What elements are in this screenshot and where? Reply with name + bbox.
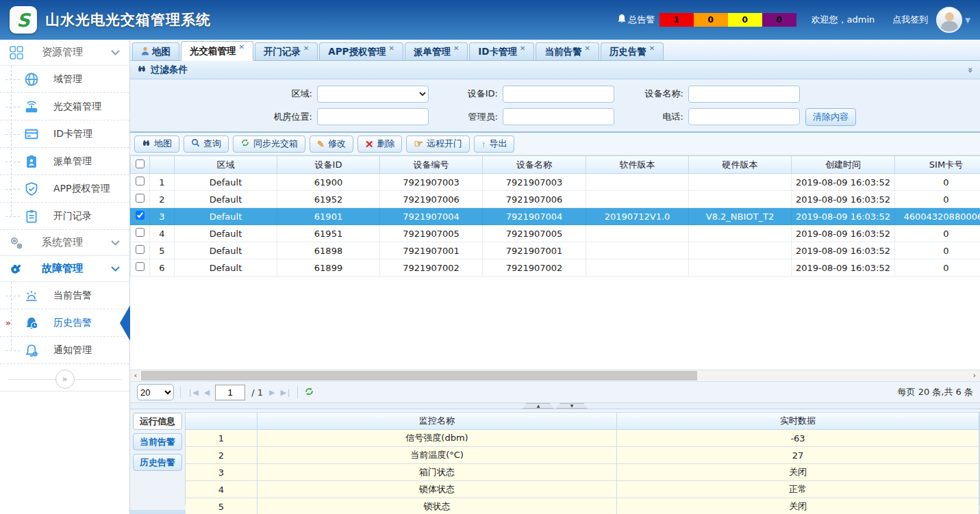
clear-button[interactable]: 清除内容 [805, 108, 856, 126]
record-icon [23, 209, 40, 224]
sidebar-item-history-alarm[interactable]: » 历史告警 [0, 309, 129, 337]
export-button[interactable]: ↑导出 [474, 136, 515, 153]
sidebar-item-domain[interactable]: 域管理 [0, 66, 129, 93]
siren-icon [23, 288, 40, 303]
region-select[interactable] [317, 86, 429, 103]
header-right: 总告警 1 0 0 0 欢迎您，admin 点我签到 ▼ [617, 7, 970, 33]
sidebar-collapse-button[interactable]: » [55, 370, 75, 389]
prev-page-button[interactable]: ◀ [204, 388, 209, 397]
query-button[interactable]: 查询 [184, 136, 229, 153]
map-button[interactable]: 地图 [134, 136, 179, 153]
panel-splitter[interactable]: ▲ ▼ [130, 402, 980, 409]
scroll-right-arrow[interactable]: › [969, 370, 980, 381]
scroll-left-arrow[interactable]: ‹ [130, 370, 141, 381]
sidebar-section-label: 系统管理 [42, 236, 83, 249]
manager-input[interactable] [503, 108, 614, 125]
sidebar-item-label: 开门记录 [53, 210, 92, 222]
close-icon[interactable]: ✕ [389, 44, 394, 52]
remote-open-button[interactable]: ☞远程开门 [406, 136, 469, 153]
row-checkbox[interactable] [136, 245, 145, 254]
dispatch-icon [23, 154, 40, 169]
device-table-wrap: 区域 设备ID 设备编号 设备名称 软件版本 硬件版本 创建时间 SIM卡号 1… [130, 155, 980, 277]
sign-in-link[interactable]: 点我签到 [892, 14, 928, 26]
table-row[interactable]: 6Default61899792190700279219070022019-08… [131, 259, 980, 277]
page-size-select[interactable]: 20 [137, 384, 174, 400]
sidebar-section-system[interactable]: 系统管理 [0, 230, 129, 256]
row-checkbox[interactable] [136, 194, 145, 203]
sidebar-item-notify[interactable]: 通知管理 [0, 337, 129, 364]
tab-map[interactable]: 地图 [132, 42, 179, 60]
first-page-button[interactable]: ❘◀ [187, 388, 198, 397]
last-page-button[interactable]: ▶❘ [280, 388, 291, 397]
header-hw-version: 硬件版本 [689, 156, 792, 174]
sidebar-item-label: 通知管理 [53, 344, 92, 357]
collapse-filter-icon[interactable]: » [965, 67, 975, 73]
button-label: 同步光交箱 [253, 138, 298, 150]
close-icon[interactable]: ✕ [303, 44, 309, 52]
phone-input[interactable] [688, 108, 800, 125]
horizontal-scrollbar[interactable]: ‹ › [130, 370, 980, 381]
sidebar-item-current-alarm[interactable]: 当前告警 [0, 282, 129, 309]
table-row[interactable]: 5Default61898792190700179219070012019-08… [131, 242, 980, 259]
tab-label: 派单管理 [414, 46, 451, 58]
row-checkbox[interactable] [136, 177, 145, 185]
scrollbar-thumb[interactable] [141, 371, 697, 381]
alarm-count-warning[interactable]: 0 [762, 13, 796, 27]
sidebar-item-label: 光交箱管理 [53, 101, 101, 113]
sidebar-collapse-row: » [0, 367, 129, 391]
total-alarm-summary[interactable]: 总告警 [617, 14, 655, 26]
room-input[interactable] [317, 108, 429, 125]
sidebar-item-label: 历史告警 [53, 317, 92, 329]
table-row[interactable]: 1Default61900792190700379219070032019-08… [131, 174, 980, 191]
refresh-icon[interactable] [304, 387, 314, 398]
table-row[interactable]: 4Default61951792190700579219070052019-08… [131, 225, 980, 242]
splitter-down-button[interactable]: ▼ [556, 403, 588, 409]
sidebar-item-dispatch[interactable]: 派单管理 [0, 148, 129, 175]
tab-door-record[interactable]: 开门记录✕ [255, 42, 318, 60]
select-all-checkbox[interactable] [136, 159, 145, 168]
tab-run-info[interactable]: 运行信息 [133, 413, 182, 430]
tab-app-auth[interactable]: APP授权管理✕ [319, 42, 403, 60]
tab-idcard[interactable]: ID卡管理✕ [469, 42, 534, 60]
row-checkbox[interactable] [136, 211, 145, 220]
avatar[interactable] [936, 7, 962, 33]
splitter-up-button[interactable]: ▲ [523, 403, 554, 409]
close-icon[interactable]: ✕ [649, 44, 655, 52]
tab-current-alarm-bottom[interactable]: 当前告警 [133, 433, 182, 450]
table-row-selected[interactable]: 3Default61901792190700479219070042019071… [131, 208, 980, 225]
sidebar-section-resource[interactable]: 资源管理 [0, 40, 129, 66]
delete-button[interactable]: ✕删除 [357, 136, 403, 153]
sidebar-item-idcard[interactable]: ID卡管理 [0, 120, 129, 148]
tab-dispatch[interactable]: 派单管理✕ [405, 42, 468, 60]
tab-label: ID卡管理 [478, 46, 517, 58]
globe-icon [23, 72, 40, 87]
row-checkbox[interactable] [136, 262, 145, 271]
alarm-count-critical[interactable]: 1 [659, 13, 694, 27]
tab-history-alarm[interactable]: 历史告警✕ [601, 42, 664, 60]
alarm-count-minor[interactable]: 0 [728, 13, 762, 27]
alarm-count-major[interactable]: 0 [694, 13, 728, 27]
chevron-down-icon [111, 240, 120, 246]
next-page-button[interactable]: ▶ [269, 388, 274, 397]
edit-button[interactable]: ✎修改 [310, 136, 353, 153]
close-icon[interactable]: ✕ [584, 44, 590, 52]
tab-cabinet-mgmt[interactable]: 光交箱管理✕ [181, 41, 253, 61]
sidebar: 资源管理 域管理 光交箱管理 ID卡管理 派单管理 [0, 40, 130, 514]
tab-current-alarm[interactable]: 当前告警✕ [536, 42, 599, 60]
device-name-input[interactable] [688, 86, 800, 103]
sidebar-item-door-record[interactable]: 开门记录 [0, 203, 129, 230]
tab-history-alarm-bottom[interactable]: 历史告警 [133, 454, 182, 471]
sidebar-item-cabinet[interactable]: 光交箱管理 [0, 93, 129, 120]
row-checkbox[interactable] [136, 228, 145, 237]
close-icon[interactable]: ✕ [239, 43, 244, 51]
chevron-down-icon[interactable]: ▼ [965, 16, 970, 24]
table-row[interactable]: 2Default61952792190700679219070062019-08… [131, 191, 980, 208]
close-icon[interactable]: ✕ [453, 44, 459, 52]
device-id-input[interactable] [503, 86, 614, 103]
sidebar-section-fault[interactable]: 故障管理 [0, 256, 129, 282]
sync-button[interactable]: 同步光交箱 [233, 136, 305, 153]
sidebar-item-label: 派单管理 [53, 155, 92, 168]
current-page-input[interactable] [215, 385, 245, 400]
close-icon[interactable]: ✕ [520, 44, 525, 52]
sidebar-item-app-auth[interactable]: APP授权管理 [0, 175, 129, 203]
